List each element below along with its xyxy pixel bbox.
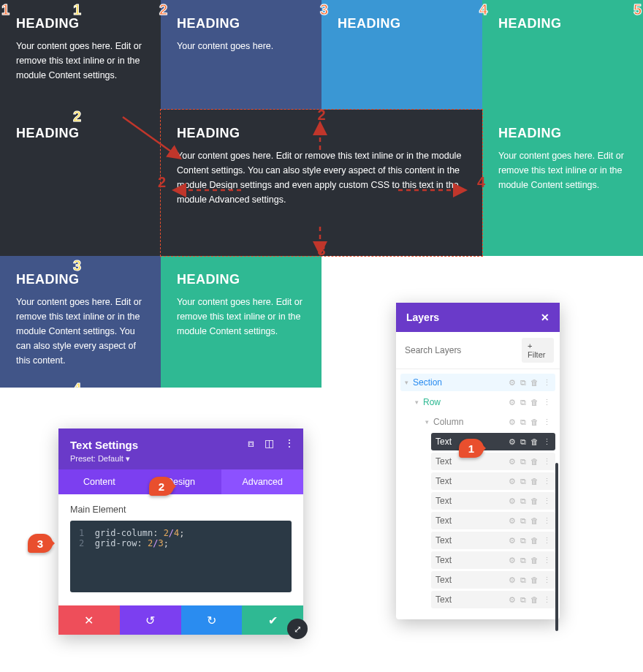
- cell-heading: HEADING: [338, 16, 466, 31]
- cell-heading: HEADING: [498, 16, 627, 31]
- cell-heading: HEADING: [16, 16, 145, 31]
- cell-body: Your content goes here. Edit or remove t…: [498, 148, 627, 192]
- cell-heading: HEADING: [177, 272, 305, 287]
- close-icon[interactable]: ✕: [541, 312, 549, 323]
- grid-cell: HEADING Your content goes here. Edit or …: [0, 256, 161, 388]
- trash-icon[interactable]: 🗑: [530, 378, 539, 388]
- grid-col-line: 4: [479, 1, 487, 18]
- grid-row-line: 4: [73, 380, 81, 388]
- cell-body: Your content goes here. Edit or remove t…: [16, 295, 145, 368]
- grid-cell-spanning: HEADING Your content goes here. Edit or …: [161, 110, 482, 256]
- grid-cell: HEADING Your content goes here. Edit or …: [161, 256, 322, 388]
- cell-body: Your content goes here.: [177, 39, 305, 53]
- cell-heading: HEADING: [498, 126, 627, 141]
- grid-col-line: 5: [634, 1, 642, 18]
- grid-row-line: 2: [73, 108, 81, 125]
- filter-button[interactable]: + Filter: [522, 338, 554, 363]
- cell-body: Your content goes here. Edit or remove t…: [177, 295, 305, 339]
- grid-col-line: 2: [159, 1, 167, 18]
- span-annotation-bottom: 3: [317, 242, 325, 259]
- span-annotation-right: 4: [477, 174, 485, 191]
- span-annotation-top: 2: [317, 107, 325, 124]
- grid-cell: HEADING: [322, 0, 482, 110]
- cell-heading: HEADING: [177, 16, 305, 31]
- search-layers-input[interactable]: [402, 338, 517, 363]
- layer-section[interactable]: ▾ Section ⚙⧉🗑⋮: [400, 374, 555, 388]
- layers-header[interactable]: Layers ✕: [396, 303, 560, 332]
- grid-row-line: 1: [73, 1, 81, 18]
- grid-cell: HEADING: [0, 110, 161, 256]
- cell-heading: HEADING: [16, 272, 145, 287]
- grid-row-line: 3: [73, 257, 81, 274]
- layers-title: Layers: [406, 312, 439, 323]
- cell-heading: HEADING: [177, 126, 466, 141]
- cell-body: Your content goes here. Edit or remove t…: [177, 148, 466, 207]
- span-annotation-left: 2: [158, 174, 166, 191]
- cell-heading: HEADING: [16, 126, 145, 141]
- grid-col-line: 1: [1, 1, 9, 18]
- grid-cell: HEADING Your content goes here. Edit or …: [482, 110, 643, 256]
- cell-body: Your content goes here. Edit or remove t…: [16, 39, 145, 83]
- duplicate-icon[interactable]: ⧉: [520, 378, 526, 388]
- chevron-down-icon[interactable]: ▾: [405, 379, 408, 386]
- layers-panel: Layers ✕ + Filter ▾ Section ⚙⧉🗑⋮ ▾ Row ⚙…: [396, 303, 560, 388]
- kebab-icon[interactable]: ⋮: [543, 378, 551, 388]
- grid-cell: HEADING Your content goes here.: [161, 0, 322, 110]
- grid-col-line: 3: [320, 1, 328, 18]
- layers-tree: ▾ Section ⚙⧉🗑⋮ ▾ Row ⚙⧉🗑⋮ ▾ Column ⚙⧉🗑⋮ …: [396, 369, 560, 388]
- grid-cell: HEADING: [482, 0, 643, 110]
- gear-icon[interactable]: ⚙: [509, 378, 516, 388]
